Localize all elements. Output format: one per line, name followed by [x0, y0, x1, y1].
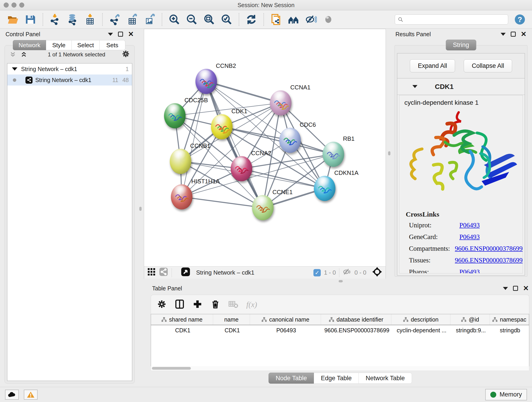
minimize-window-button[interactable] — [12, 2, 17, 7]
column-header-canonical-name[interactable]: canonical name — [250, 314, 321, 325]
function-builder-icon[interactable]: f(x) — [246, 300, 257, 309]
column-header-name[interactable]: name — [213, 314, 250, 325]
add-column-icon[interactable] — [193, 299, 202, 310]
cloud-status-button[interactable] — [5, 390, 19, 400]
tab-string[interactable]: String — [446, 40, 476, 51]
refresh-button[interactable] — [245, 13, 258, 26]
table-horizontal-scrollbar[interactable] — [151, 366, 529, 371]
network-node-ccna1[interactable] — [270, 90, 291, 115]
table-row[interactable]: CDK1CDK1P064939606.ENSP00000378699cyclin… — [151, 325, 529, 335]
hide-panels-icon[interactable] — [305, 13, 317, 26]
show-graphics-details-icon[interactable] — [322, 13, 335, 26]
delete-table-icon[interactable] — [228, 299, 238, 310]
network-node-hist1h1a[interactable] — [171, 184, 192, 210]
tab-style[interactable]: Style — [46, 40, 72, 50]
expand-all-button[interactable]: Expand All — [410, 59, 455, 72]
panel-menu-icon[interactable] — [503, 287, 508, 290]
help-button[interactable]: ? — [514, 13, 526, 26]
close-panel-icon[interactable]: ✕ — [523, 286, 529, 291]
crosslink-link[interactable]: P06493 — [459, 233, 480, 241]
column-header--id[interactable]: @id — [450, 314, 490, 325]
tab-select[interactable]: Select — [72, 40, 99, 50]
zoom-out-button[interactable] — [186, 13, 198, 26]
table-cell[interactable]: P06493 — [250, 327, 321, 334]
table-cell[interactable]: CDK1 — [213, 327, 250, 334]
network-node-rb1[interactable] — [323, 142, 344, 167]
export-network-button[interactable] — [109, 13, 121, 26]
zoom-in-button[interactable] — [168, 13, 181, 26]
window-controls[interactable] — [4, 2, 24, 7]
tab-network-table[interactable]: Network Table — [359, 373, 412, 384]
close-window-button[interactable] — [4, 2, 9, 7]
column-header-namespac[interactable]: namespac — [490, 314, 529, 325]
search-input[interactable] — [405, 16, 505, 23]
import-network-database-button[interactable] — [66, 13, 79, 26]
network-options-gear-icon[interactable] — [122, 50, 130, 59]
table-cell[interactable]: cyclin-dependent ... — [391, 327, 450, 334]
node-section-header[interactable]: CDK1 — [397, 78, 525, 95]
import-network-file-button[interactable] — [49, 13, 61, 26]
network-node-ccnb2[interactable] — [196, 69, 217, 94]
clone-network-button[interactable] — [270, 13, 282, 26]
right-splitter-handle[interactable] — [388, 151, 390, 155]
selected-nodes-checkbox[interactable]: ✓ — [313, 269, 321, 276]
export-table-button[interactable] — [126, 13, 138, 26]
left-splitter-handle[interactable] — [139, 207, 142, 211]
crosslink-link[interactable]: 9606.ENSP00000378699 — [455, 245, 523, 252]
network-row[interactable]: String Network – cdk1 11 48 — [7, 75, 132, 85]
crosslink-link[interactable]: P06493 — [459, 268, 480, 274]
delete-column-icon[interactable] — [210, 299, 220, 310]
open-file-button[interactable] — [7, 13, 19, 26]
maximize-window-button[interactable] — [19, 2, 24, 7]
network-share-icon[interactable] — [159, 268, 168, 278]
import-table-button[interactable] — [84, 13, 96, 26]
hidden-items-icon[interactable] — [342, 268, 351, 278]
network-edge[interactable] — [182, 197, 263, 208]
table-cell[interactable]: 9606.ENSP00000378699 — [321, 327, 391, 334]
tab-sets[interactable]: Sets — [100, 40, 125, 50]
grid-view-icon[interactable] — [147, 268, 156, 278]
table-settings-gear-icon[interactable] — [157, 299, 167, 310]
memory-button[interactable]: Memory — [485, 389, 527, 400]
column-header-shared-name[interactable]: shared name — [151, 314, 213, 325]
table-cell[interactable]: stringdb — [490, 327, 529, 334]
zoom-selected-button[interactable] — [220, 13, 233, 26]
export-image-button[interactable] — [143, 13, 156, 26]
table-cell[interactable]: CDK1 — [151, 327, 213, 334]
network-node-cdc6[interactable] — [279, 128, 301, 153]
network-node-cdk1[interactable] — [211, 114, 233, 139]
column-header-database-identifier[interactable]: database identifier — [321, 314, 391, 325]
crosslink-link[interactable]: P06493 — [459, 221, 480, 229]
birdseye-view-icon[interactable] — [181, 267, 190, 278]
expand-all-networks-icon[interactable] — [20, 51, 27, 58]
crosslink-link[interactable]: 9606.ENSP00000378699 — [455, 256, 523, 264]
search-field[interactable] — [395, 14, 508, 25]
tab-edge-table[interactable]: Edge Table — [314, 373, 359, 384]
show-columns-icon[interactable] — [175, 299, 184, 310]
collection-expand-caret[interactable] — [12, 67, 17, 70]
save-session-button[interactable] — [24, 13, 37, 26]
close-panel-icon[interactable]: ✕ — [128, 32, 134, 37]
section-collapse-caret[interactable] — [412, 85, 418, 88]
panel-menu-icon[interactable] — [108, 33, 113, 36]
close-panel-icon[interactable]: ✕ — [521, 32, 526, 37]
fit-selected-crosshair-icon[interactable] — [372, 267, 382, 279]
panel-menu-icon[interactable] — [500, 33, 506, 36]
network-edge[interactable] — [222, 127, 333, 154]
collapse-all-networks-icon[interactable] — [9, 51, 16, 58]
network-edge[interactable] — [206, 81, 263, 208]
network-edge[interactable] — [206, 81, 281, 103]
network-node-ccna2[interactable] — [231, 156, 252, 181]
float-panel-icon[interactable] — [118, 32, 123, 37]
network-node-ccnb1[interactable] — [170, 149, 191, 174]
network-canvas[interactable]: CCNB2CCNA1CDC25BCDK1CDC6RB1CCNB1CCNA2CDK… — [144, 29, 386, 266]
network-node-cdc25b[interactable] — [164, 103, 186, 128]
horizontal-splitter-handle[interactable] — [339, 280, 343, 282]
tab-node-table[interactable]: Node Table — [268, 373, 314, 384]
column-header-description[interactable]: description — [391, 314, 450, 325]
network-collection-row[interactable]: String Network – cdk1 1 — [7, 64, 132, 75]
float-panel-icon[interactable] — [511, 32, 516, 37]
warnings-button[interactable] — [24, 390, 38, 400]
network-node-cdkn1a[interactable] — [314, 176, 336, 201]
network-node-ccne1[interactable] — [252, 195, 273, 220]
